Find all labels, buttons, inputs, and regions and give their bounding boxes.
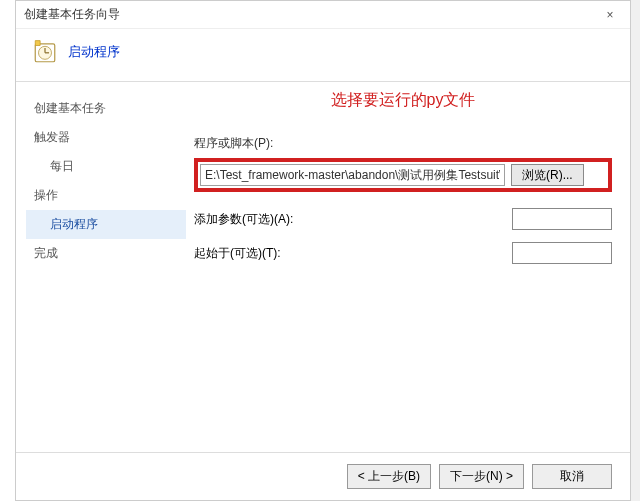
next-button[interactable]: 下一步(N) >	[439, 464, 524, 489]
sidebar-item-trigger[interactable]: 触发器	[26, 123, 186, 152]
args-label: 添加参数(可选)(A):	[194, 211, 324, 228]
dialog-footer: < 上一步(B) 下一步(N) > 取消	[16, 452, 630, 500]
script-label: 程序或脚本(P):	[194, 135, 612, 152]
titlebar-title: 创建基本任务向导	[24, 6, 622, 23]
close-button[interactable]: ×	[590, 1, 630, 29]
annotation-text: 选择要运行的py文件	[194, 90, 612, 111]
browse-button[interactable]: 浏览(R)...	[511, 164, 584, 186]
args-input[interactable]	[512, 208, 612, 230]
script-input[interactable]	[200, 164, 505, 186]
svg-marker-4	[35, 41, 40, 46]
startin-input[interactable]	[512, 242, 612, 264]
clock-icon	[32, 39, 58, 65]
dialog-window: 创建基本任务向导 × 启动程序 创建基本任务 触发器 每日 操作 启动程序 完成	[15, 0, 631, 501]
sidebar-item-basic-task[interactable]: 创建基本任务	[26, 94, 186, 123]
sidebar-item-action[interactable]: 操作	[26, 181, 186, 210]
sidebar-item-daily[interactable]: 每日	[26, 152, 186, 181]
close-icon: ×	[606, 8, 613, 22]
cancel-button[interactable]: 取消	[532, 464, 612, 489]
startin-label: 起始于(可选)(T):	[194, 245, 324, 262]
back-button[interactable]: < 上一步(B)	[347, 464, 431, 489]
sidebar-item-finish[interactable]: 完成	[26, 239, 186, 268]
dialog-body: 创建基本任务 触发器 每日 操作 启动程序 完成 选择要运行的py文件 程序或脚…	[16, 82, 630, 452]
dialog-header: 启动程序	[16, 29, 630, 82]
sidebar-item-start-program[interactable]: 启动程序	[26, 210, 186, 239]
titlebar: 创建基本任务向导 ×	[16, 1, 630, 29]
wizard-content: 选择要运行的py文件 程序或脚本(P): 浏览(R)... 添加参数(可选)(A…	[186, 82, 630, 452]
wizard-sidebar: 创建基本任务 触发器 每日 操作 启动程序 完成	[16, 82, 186, 452]
dialog-heading: 启动程序	[68, 43, 120, 61]
script-highlight-box: 浏览(R)...	[194, 158, 612, 192]
